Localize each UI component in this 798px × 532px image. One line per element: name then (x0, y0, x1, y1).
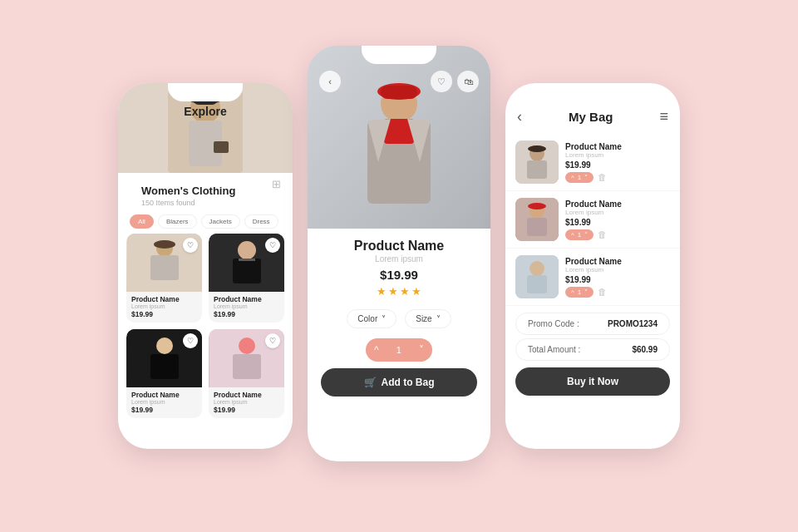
heart-1[interactable]: ♡ (183, 238, 198, 253)
product-card-3[interactable]: ♡ Product Name Lorem ipsum $19.99 (126, 329, 202, 418)
product-options: Color ˅ Size ˅ (308, 303, 490, 335)
qty-value: 1 (397, 345, 401, 355)
product-price-1: $19.99 (131, 310, 197, 318)
product-card-1[interactable]: ♡ Product Name Lorem ipsum $19.99 (126, 234, 202, 323)
svg-rect-6 (214, 141, 229, 153)
bag-back-button[interactable]: ‹ (517, 108, 522, 126)
bag-item-info-3: Product Name Lorem ipsum $19.99 ^ 1 ˅ 🗑 (565, 257, 670, 298)
product-sub-1: Lorem ipsum (131, 303, 197, 309)
chip-jackets[interactable]: Jackets (201, 214, 240, 229)
product-grid: ♡ Product Name Lorem ipsum $19.99 (118, 234, 293, 425)
bag-item-img-3 (515, 255, 559, 298)
promo-label: Promo Code : (528, 319, 579, 328)
section-header: Women's Clothing 150 Items found ⊞ (118, 178, 293, 211)
notch-3 (555, 83, 630, 101)
star-2: ★ (388, 285, 398, 298)
bag-qty-up-3[interactable]: ^ (571, 288, 574, 296)
phone-explore: Women's Clothing 150 Items found ⊞ All B… (118, 83, 293, 449)
bag-qty-val-1: 1 (578, 174, 581, 181)
heart-3[interactable]: ♡ (183, 333, 198, 348)
bag-qty-down-1[interactable]: ˅ (584, 174, 588, 181)
add-to-bag-button[interactable]: 🛒 Add to Bag (321, 368, 477, 397)
back-button[interactable]: ‹ (319, 71, 341, 92)
promo-value: PROMO1234 (608, 319, 658, 328)
svg-rect-34 (527, 160, 547, 179)
grid-icon[interactable]: ⊞ (272, 178, 281, 190)
bag-item-controls-1: ^ 1 ˅ 🗑 (565, 172, 670, 183)
notch-1 (168, 83, 243, 101)
svg-point-33 (528, 145, 546, 152)
bag-menu-button[interactable]: ≡ (659, 108, 668, 126)
svg-rect-11 (150, 255, 179, 280)
product-card-2[interactable]: ♡ Product Name Lorem ipsum $19.99 (209, 234, 284, 323)
phones-container: Women's Clothing 150 Items found ⊞ All B… (101, 54, 697, 478)
phone-bag: ‹ My Bag ≡ Product Name Lorem ipsum $19.… (505, 83, 680, 449)
product-name-2: Product Name (214, 295, 279, 303)
bag-delete-3[interactable]: 🗑 (598, 287, 607, 297)
bag-item-2: Product Name Lorem ipsum $19.99 ^ 1 ˅ 🗑 (505, 191, 680, 249)
heart-4[interactable]: ♡ (265, 333, 280, 348)
color-select[interactable]: Color ˅ (347, 309, 397, 328)
chip-dress[interactable]: Dress (244, 214, 278, 229)
bag-item-name-3: Product Name (565, 257, 670, 266)
chip-blazers[interactable]: Blazers (158, 214, 197, 229)
bag-qty-1[interactable]: ^ 1 ˅ (565, 172, 594, 183)
product-detail-price: $19.99 (321, 268, 477, 282)
svg-point-13 (238, 241, 256, 259)
bag-title: My Bag (569, 110, 613, 124)
heart-2[interactable]: ♡ (265, 238, 280, 253)
bag-delete-1[interactable]: 🗑 (598, 172, 607, 182)
product-hero: ‹ ♡ 🛍 (308, 46, 490, 229)
add-to-bag-label: Add to Bag (382, 377, 435, 388)
qty-decrease[interactable]: ^ (374, 344, 379, 356)
svg-rect-15 (239, 259, 255, 261)
chip-all[interactable]: All (130, 214, 154, 229)
bag-item-name-2: Product Name (565, 200, 670, 209)
product-price-2: $19.99 (214, 310, 279, 318)
bag-item-sub-1: Lorem ipsum (565, 151, 670, 159)
total-label: Total Amount : (528, 345, 580, 354)
product-detail-name: Product Name (321, 239, 477, 254)
product-card-info-1: Product Name Lorem ipsum $19.99 (126, 292, 202, 323)
notch-2 (362, 46, 436, 64)
svg-point-17 (156, 337, 173, 354)
product-card-info-4: Product Name Lorem ipsum $19.99 (209, 387, 284, 418)
product-name-3: Product Name (131, 391, 197, 399)
bag-item-controls-2: ^ 1 ˅ 🗑 (565, 229, 670, 240)
bag-item-sub-3: Lorem ipsum (565, 266, 670, 273)
quantity-control[interactable]: ^ 1 ˅ (366, 338, 432, 362)
product-price-4: $19.99 (214, 406, 279, 414)
bag-item-3: Product Name Lorem ipsum $19.99 ^ 1 ˅ 🗑 (505, 249, 680, 306)
product-name-4: Product Name (214, 391, 279, 399)
bag-item-1: Product Name Lorem ipsum $19.99 ^ 1 ˅ 🗑 (505, 134, 680, 191)
bag-item-price-1: $19.99 (565, 160, 670, 170)
bag-qty-down-2[interactable]: ˅ (584, 231, 588, 239)
product-price-3: $19.99 (131, 406, 197, 414)
bag-delete-2[interactable]: 🗑 (598, 229, 607, 239)
bag-qty-2[interactable]: ^ 1 ˅ (565, 229, 594, 240)
bag-item-price-3: $19.99 (565, 275, 670, 284)
product-detail-sub: Lorem ipsum (321, 254, 477, 264)
size-select[interactable]: Size ˅ (405, 309, 451, 328)
qty-increase[interactable]: ˅ (419, 344, 424, 356)
bag-qty-up-1[interactable]: ^ (571, 174, 574, 181)
buy-button[interactable]: Buy it Now (515, 367, 670, 396)
total-row: Total Amount : $60.99 (515, 338, 670, 361)
bag-item-controls-3: ^ 1 ˅ 🗑 (565, 287, 670, 298)
svg-rect-14 (233, 259, 261, 283)
share-button[interactable]: 🛍 (457, 71, 479, 92)
bag-qty-3[interactable]: ^ 1 ˅ (565, 287, 594, 298)
explore-title: Explore (118, 105, 293, 118)
product-card-info-3: Product Name Lorem ipsum $19.99 (126, 387, 202, 418)
wishlist-button[interactable]: ♡ (431, 71, 452, 92)
product-name-1: Product Name (131, 295, 197, 303)
bag-qty-down-3[interactable]: ˅ (584, 288, 588, 296)
bag-item-price-2: $19.99 (565, 218, 670, 227)
promo-row: Promo Code : PROMO1234 (515, 313, 670, 335)
quantity-row: ^ 1 ˅ (308, 338, 490, 362)
product-nav: ‹ ♡ 🛍 (308, 71, 490, 92)
bag-qty-up-2[interactable]: ^ (571, 231, 574, 239)
svg-rect-38 (527, 218, 547, 236)
bag-cart-icon: 🛒 (364, 377, 377, 388)
product-card-4[interactable]: ♡ Product Name Lorem ipsum $19.99 (209, 329, 284, 418)
